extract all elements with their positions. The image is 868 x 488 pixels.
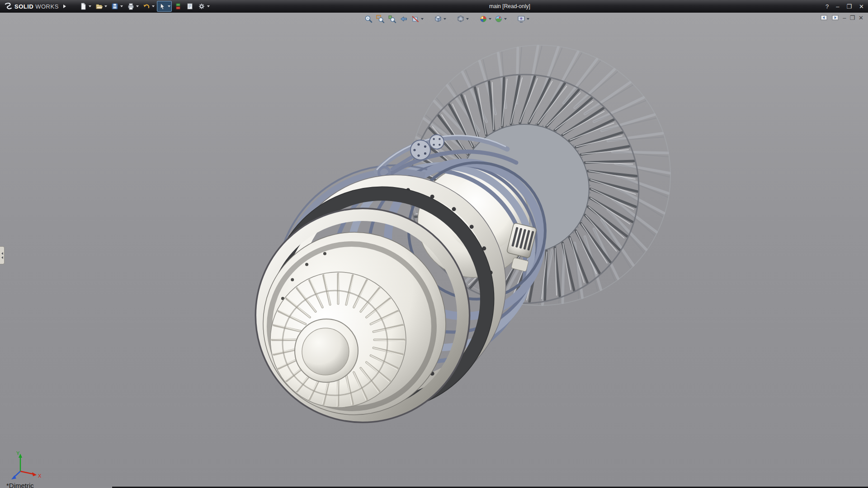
pane-left-icon — [820, 14, 828, 21]
file-properties-button[interactable] — [184, 1, 195, 12]
restore-button[interactable]: ❐ — [845, 3, 853, 10]
zoom-to-fit-button[interactable] — [363, 14, 374, 24]
dropdown-caret-icon[interactable] — [120, 5, 123, 7]
dropdown-caret-icon[interactable] — [466, 18, 469, 20]
section-view-icon — [411, 14, 420, 23]
options-button[interactable] — [196, 1, 211, 12]
window-title: main [Read-only] — [489, 3, 530, 9]
dropdown-caret-icon[interactable] — [152, 5, 155, 7]
view-orientation-label: *Dimetric — [6, 482, 34, 488]
dropdown-caret-icon[interactable] — [527, 18, 529, 20]
save-floppy-icon — [111, 2, 119, 10]
graphics-viewport[interactable]: Y X — [0, 13, 868, 488]
show-right-pane-button[interactable] — [831, 14, 839, 21]
document-close-button[interactable]: ✕ — [859, 15, 863, 21]
dropdown-caret-icon[interactable] — [489, 18, 491, 20]
engine-model — [256, 45, 670, 422]
dropdown-caret-icon[interactable] — [443, 18, 446, 20]
view-orientation-button[interactable] — [432, 14, 448, 24]
dropdown-caret-icon[interactable] — [207, 5, 210, 7]
undo-arrow-icon — [142, 2, 151, 10]
pane-right-icon — [831, 14, 839, 21]
edit-appearance-ball-icon — [479, 14, 488, 23]
solidworks-logo[interactable]: SOLID WORKS — [0, 0, 70, 13]
orientation-triad: Y X — [11, 450, 42, 479]
zoom-to-selection-button[interactable] — [386, 14, 398, 24]
dropdown-caret-icon[interactable] — [136, 5, 139, 7]
viewport-canvas[interactable]: Y X — [0, 13, 868, 488]
dropdown-caret-icon[interactable] — [421, 18, 424, 20]
triad-x-label: X — [38, 473, 42, 479]
previous-view-button[interactable] — [398, 14, 410, 24]
save-button[interactable] — [109, 1, 124, 12]
select-cursor-icon — [158, 2, 166, 10]
section-view-button[interactable] — [410, 14, 425, 24]
print-icon — [127, 2, 135, 10]
brand-text-bold: SOLID — [14, 3, 33, 10]
select-button[interactable] — [157, 1, 172, 12]
menu-expand-arrow-icon[interactable] — [63, 5, 66, 8]
help-button[interactable]: ? — [824, 3, 830, 10]
view-settings-icon — [517, 14, 526, 23]
apply-scene-icon — [494, 14, 503, 23]
rebuild-icon — [174, 2, 182, 10]
open-button[interactable] — [94, 1, 108, 12]
minimize-button[interactable]: – — [835, 3, 840, 10]
triad-y-label: Y — [16, 450, 20, 456]
view-orientation-cube-icon — [434, 14, 443, 23]
dropdown-caret-icon[interactable] — [168, 5, 170, 7]
dropdown-caret-icon[interactable] — [104, 5, 107, 7]
solidworks-logo-mark — [4, 2, 13, 10]
dropdown-caret-icon[interactable] — [89, 5, 91, 7]
options-gear-icon — [198, 2, 206, 10]
print-button[interactable] — [125, 1, 140, 12]
view-settings-button[interactable] — [515, 14, 531, 24]
brand-text-light: WORKS — [35, 3, 59, 10]
zoom-to-area-icon — [376, 14, 385, 23]
show-left-pane-button[interactable] — [820, 14, 828, 21]
menu-bar-toolbar — [78, 1, 211, 12]
dropdown-caret-icon[interactable] — [504, 18, 507, 20]
document-restore-button[interactable]: ❐ — [849, 15, 855, 21]
new-document-button[interactable] — [78, 1, 93, 12]
open-folder-icon — [95, 2, 103, 10]
window-controls: ? – ❐ ✕ — [824, 0, 865, 13]
featuremanager-collapsed-tab[interactable] — [0, 246, 5, 264]
display-style-button[interactable] — [455, 14, 470, 24]
new-document-icon — [79, 2, 87, 10]
titlebar: SOLID WORKS — [0, 0, 868, 13]
rebuild-button[interactable] — [173, 1, 184, 12]
zoom-to-area-button[interactable] — [374, 14, 386, 24]
zoom-to-fit-icon — [364, 14, 373, 23]
apply-scene-button[interactable] — [493, 14, 508, 24]
close-button[interactable]: ✕ — [858, 3, 865, 10]
expand-left-panel-icon — [1, 252, 3, 255]
edit-appearance-button[interactable] — [477, 14, 493, 24]
headsup-view-toolbar — [363, 14, 531, 24]
expand-left-panel-icon — [1, 256, 3, 259]
display-style-icon — [456, 14, 465, 23]
document-window-controls: – ❐ ✕ — [820, 14, 863, 21]
undo-button[interactable] — [141, 1, 156, 12]
previous-view-icon — [399, 14, 408, 23]
file-properties-icon — [186, 2, 194, 10]
zoom-to-selection-icon — [387, 14, 396, 23]
document-minimize-button[interactable]: – — [843, 15, 846, 21]
